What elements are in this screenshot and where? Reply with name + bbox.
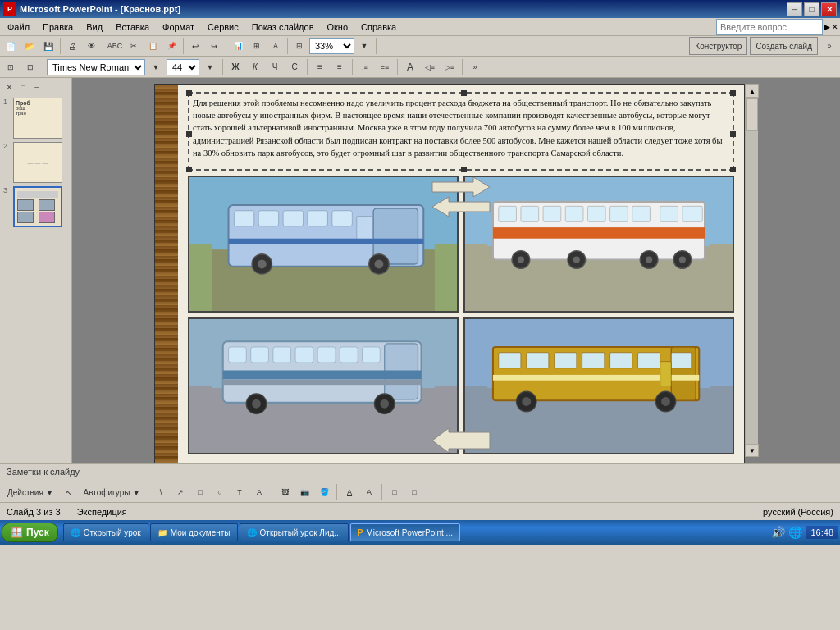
scroll-up[interactable]: ▲ (746, 84, 759, 98)
select-tool[interactable]: ↖ (60, 483, 78, 501)
taskbar-label-3: Открытый урок Лид... (260, 528, 341, 537)
autoshapes-button[interactable]: Автофигуры ▼ (80, 483, 145, 501)
maximize-button[interactable]: □ (804, 2, 819, 16)
shadow-button[interactable]: С (285, 58, 304, 76)
svg-rect-5 (258, 211, 278, 226)
taskbar-btn-2[interactable]: 📁 Мои документы (150, 523, 238, 541)
start-button[interactable]: 🪟 Пуск (2, 523, 58, 542)
design-button[interactable]: Конструктор (689, 37, 747, 55)
numbering-button[interactable]: :≡ (356, 58, 374, 76)
menu-service[interactable]: Сервис (202, 20, 244, 34)
handle-ml[interactable] (186, 131, 192, 137)
font-select[interactable]: Times New Roman (47, 59, 145, 75)
print-button[interactable]: 🖨 (63, 37, 81, 55)
align-center[interactable]: ≡ (331, 58, 349, 76)
bold-button[interactable]: Ж (226, 58, 244, 76)
minimize-button[interactable]: ─ (787, 2, 802, 16)
preview-button[interactable]: 👁 (82, 37, 100, 55)
handle-br[interactable] (730, 167, 736, 172)
font-dropdown[interactable]: ▼ (147, 58, 165, 76)
panel-close[interactable]: ✕ (3, 81, 15, 93)
taskbar-btn-4[interactable]: P Microsoft PowerPoint ... (350, 523, 460, 541)
menu-help[interactable]: Справка (355, 20, 402, 34)
help-close-icon[interactable]: ✕ (832, 23, 838, 31)
clipart-tool[interactable]: 🖼 (276, 483, 294, 501)
line-tool[interactable]: \ (152, 483, 170, 501)
spell-button[interactable]: ABC (106, 37, 124, 55)
paste-button[interactable]: 📌 (162, 37, 180, 55)
bullets-button[interactable]: =≡ (376, 58, 394, 76)
italic-button[interactable]: К (246, 58, 264, 76)
line-color-btn[interactable]: A (340, 483, 358, 501)
expand-button[interactable]: ⊞ (290, 37, 308, 55)
actions-button[interactable]: Действия ▼ (3, 483, 58, 501)
fontsize-select[interactable]: 44 (167, 59, 199, 75)
menu-window[interactable]: Окно (322, 20, 354, 34)
undo-button[interactable]: ↩ (186, 37, 204, 55)
scroll-down[interactable]: ▼ (746, 444, 759, 457)
rect-tool[interactable]: □ (191, 483, 209, 501)
copy-button[interactable]: 📋 (144, 37, 162, 55)
wordart-tool[interactable]: A (250, 483, 268, 501)
menu-slideshow[interactable]: Показ слайдов (246, 20, 320, 34)
taskbar-btn-1[interactable]: 🌐 Открытый урок (63, 523, 148, 541)
scroll-thumb[interactable] (746, 98, 758, 131)
indent-decrease[interactable]: ◁≡ (421, 58, 439, 76)
taskbar-btn-3[interactable]: 🌐 Открытый урок Лид... (240, 523, 349, 541)
arrow-tool[interactable]: ↗ (171, 483, 189, 501)
align-left[interactable]: ≡ (311, 58, 329, 76)
toolbar-more[interactable]: » (820, 37, 838, 55)
slide-thumb-2[interactable]: 2 — — — (3, 142, 68, 183)
fill-color-btn[interactable]: 🪣 (315, 483, 333, 501)
picture-tool[interactable]: 📷 (295, 483, 313, 501)
format-tb-btn2[interactable]: ⊡ (21, 58, 39, 76)
menu-format[interactable]: Формат (157, 20, 200, 34)
close-button[interactable]: ✕ (821, 2, 837, 16)
menu-file[interactable]: Файл (2, 20, 35, 34)
help-input[interactable] (716, 19, 823, 35)
new-slide-button[interactable]: Создать слайд (750, 37, 818, 55)
handle-mr[interactable] (730, 131, 736, 137)
underline-button[interactable]: Ч (266, 58, 284, 76)
oval-tool[interactable]: ○ (211, 483, 229, 501)
textbox-tool[interactable]: T (231, 483, 249, 501)
slide-container[interactable]: Для решения этой проблемы несомненно над… (154, 84, 745, 463)
slide-thumb-1[interactable]: 1 Проб общ тран (3, 98, 68, 139)
format-more[interactable]: » (466, 58, 484, 76)
fontsize-dropdown[interactable]: ▼ (201, 58, 219, 76)
svg-rect-50 (363, 347, 381, 363)
svg-rect-43 (223, 379, 422, 385)
panel-btn3[interactable]: ─ (31, 81, 43, 93)
help-arrow-icon[interactable]: ▶ (824, 23, 830, 31)
menu-view[interactable]: Вид (80, 20, 108, 34)
vertical-scrollbar[interactable]: ▲ ▼ (745, 84, 758, 457)
zoom-select[interactable]: 33% (309, 38, 354, 54)
zoom-dropdown[interactable]: ▼ (355, 37, 373, 55)
format-tb-btn1[interactable]: ⊡ (2, 58, 20, 76)
shadow-style-btn[interactable]: □ (386, 483, 404, 501)
new-button[interactable]: 📄 (2, 37, 20, 55)
menu-edit[interactable]: Правка (37, 20, 79, 34)
save-button[interactable]: 💾 (39, 37, 57, 55)
text-block[interactable]: Для решения этой проблемы несомненно над… (188, 92, 734, 171)
wordart-button[interactable]: A (267, 37, 285, 55)
font-size-increase[interactable]: A (401, 58, 419, 76)
sep4 (226, 38, 226, 54)
slide-thumb-3[interactable]: 3 (3, 186, 68, 227)
menu-insert[interactable]: Вставка (110, 20, 155, 34)
handle-tr[interactable] (730, 90, 736, 96)
table-button[interactable]: ⊞ (248, 37, 266, 55)
handle-tc[interactable] (461, 90, 467, 96)
scroll-track[interactable] (746, 98, 758, 444)
panel-btn2[interactable]: □ (17, 81, 29, 93)
3d-style-btn[interactable]: □ (405, 483, 423, 501)
indent-increase[interactable]: ▷≡ (441, 58, 459, 76)
cut-button[interactable]: ✂ (125, 37, 143, 55)
handle-bl[interactable] (186, 167, 192, 172)
handle-tl[interactable] (186, 90, 192, 96)
chart-button[interactable]: 📊 (229, 37, 247, 55)
redo-button[interactable]: ↪ (205, 37, 223, 55)
font-color-btn[interactable]: A (360, 483, 378, 501)
handle-bc[interactable] (461, 167, 467, 172)
open-button[interactable]: 📂 (21, 37, 39, 55)
